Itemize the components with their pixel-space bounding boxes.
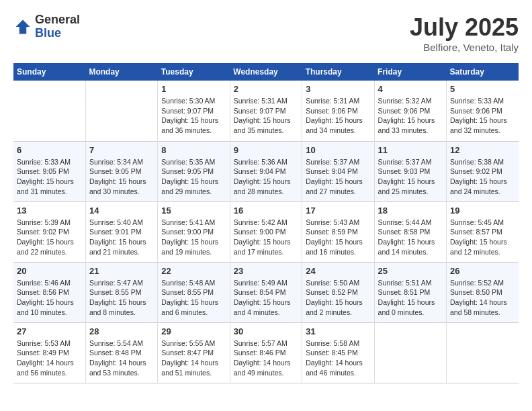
calendar-cell: 30Sunrise: 5:57 AMSunset: 8:46 PMDayligh…: [230, 322, 302, 383]
day-info: Sunrise: 5:52 AMSunset: 8:50 PMDaylight:…: [450, 278, 515, 318]
day-header-wednesday: Wednesday: [230, 63, 302, 81]
day-number: 14: [89, 205, 154, 216]
week-row-2: 6Sunrise: 5:33 AMSunset: 9:05 PMDaylight…: [13, 141, 519, 201]
calendar-cell: 18Sunrise: 5:44 AMSunset: 8:58 PMDayligh…: [374, 201, 446, 262]
calendar-cell: 27Sunrise: 5:53 AMSunset: 8:49 PMDayligh…: [13, 322, 85, 383]
calendar-cell: 12Sunrise: 5:38 AMSunset: 9:02 PMDayligh…: [447, 141, 519, 201]
day-info: Sunrise: 5:50 AMSunset: 8:52 PMDaylight:…: [306, 278, 370, 318]
calendar-cell: 2Sunrise: 5:31 AMSunset: 9:07 PMDaylight…: [230, 81, 302, 141]
calendar-cell: 14Sunrise: 5:40 AMSunset: 9:01 PMDayligh…: [85, 201, 157, 262]
day-info: Sunrise: 5:37 AMSunset: 9:03 PMDaylight:…: [378, 157, 443, 197]
day-number: 21: [89, 266, 154, 276]
calendar-cell: 17Sunrise: 5:43 AMSunset: 8:59 PMDayligh…: [302, 201, 374, 262]
day-info: Sunrise: 5:43 AMSunset: 8:59 PMDaylight:…: [306, 218, 370, 257]
day-number: 13: [17, 205, 82, 216]
logo-icon: [13, 17, 32, 36]
day-number: 18: [378, 205, 443, 216]
day-info: Sunrise: 5:32 AMSunset: 9:06 PMDaylight:…: [378, 96, 443, 136]
day-info: Sunrise: 5:36 AMSunset: 9:04 PMDaylight:…: [234, 157, 298, 197]
day-number: 26: [450, 266, 515, 276]
calendar-cell: 16Sunrise: 5:42 AMSunset: 9:00 PMDayligh…: [230, 201, 302, 262]
calendar-cell: 28Sunrise: 5:54 AMSunset: 8:48 PMDayligh…: [85, 322, 157, 383]
calendar-cell: 23Sunrise: 5:49 AMSunset: 8:54 PMDayligh…: [230, 262, 302, 322]
day-info: Sunrise: 5:35 AMSunset: 9:05 PMDaylight:…: [161, 157, 226, 197]
calendar-cell: 26Sunrise: 5:52 AMSunset: 8:50 PMDayligh…: [447, 262, 519, 322]
day-info: Sunrise: 5:44 AMSunset: 8:58 PMDaylight:…: [378, 218, 443, 257]
day-number: 11: [378, 145, 443, 155]
day-number: 25: [378, 266, 443, 276]
page-header: General Blue July 2025 Belfiore, Veneto,…: [13, 13, 519, 53]
day-number: 6: [17, 145, 82, 155]
day-number: 2: [234, 84, 298, 94]
calendar-cell: 24Sunrise: 5:50 AMSunset: 8:52 PMDayligh…: [302, 262, 374, 322]
calendar-cell: 7Sunrise: 5:34 AMSunset: 9:05 PMDaylight…: [85, 141, 157, 201]
day-info: Sunrise: 5:38 AMSunset: 9:02 PMDaylight:…: [450, 157, 515, 197]
day-header-sunday: Sunday: [13, 63, 85, 81]
title-block: July 2025 Belfiore, Veneto, Italy: [410, 13, 519, 53]
calendar-cell: 20Sunrise: 5:46 AMSunset: 8:56 PMDayligh…: [13, 262, 85, 322]
day-info: Sunrise: 5:57 AMSunset: 8:46 PMDaylight:…: [234, 338, 298, 378]
day-number: 12: [450, 145, 515, 155]
day-number: 22: [161, 266, 226, 276]
day-number: 31: [306, 326, 370, 336]
day-header-friday: Friday: [374, 63, 446, 81]
calendar-cell: 4Sunrise: 5:32 AMSunset: 9:06 PMDaylight…: [374, 81, 446, 141]
logo: General Blue: [13, 13, 80, 40]
logo-text: General Blue: [35, 13, 80, 40]
day-info: Sunrise: 5:53 AMSunset: 8:49 PMDaylight:…: [17, 338, 82, 378]
day-number: 3: [306, 84, 370, 94]
day-info: Sunrise: 5:47 AMSunset: 8:55 PMDaylight:…: [89, 278, 154, 318]
day-number: 15: [161, 205, 226, 216]
day-number: 7: [89, 145, 154, 155]
calendar-cell: 13Sunrise: 5:39 AMSunset: 9:02 PMDayligh…: [13, 201, 85, 262]
day-info: Sunrise: 5:51 AMSunset: 8:51 PMDaylight:…: [378, 278, 443, 318]
day-info: Sunrise: 5:54 AMSunset: 8:48 PMDaylight:…: [89, 338, 154, 378]
day-number: 30: [234, 326, 298, 336]
day-info: Sunrise: 5:33 AMSunset: 9:06 PMDaylight:…: [450, 96, 515, 136]
day-info: Sunrise: 5:58 AMSunset: 8:45 PMDaylight:…: [306, 338, 370, 378]
calendar-cell: [13, 81, 85, 141]
week-row-4: 20Sunrise: 5:46 AMSunset: 8:56 PMDayligh…: [13, 262, 519, 322]
calendar-cell: 22Sunrise: 5:48 AMSunset: 8:55 PMDayligh…: [158, 262, 230, 322]
day-number: 8: [161, 145, 226, 155]
calendar-cell: [85, 81, 157, 141]
logo-blue-text: Blue: [35, 27, 80, 40]
day-info: Sunrise: 5:49 AMSunset: 8:54 PMDaylight:…: [234, 278, 298, 318]
svg-marker-0: [16, 19, 30, 34]
day-info: Sunrise: 5:55 AMSunset: 8:47 PMDaylight:…: [161, 338, 226, 378]
day-info: Sunrise: 5:48 AMSunset: 8:55 PMDaylight:…: [161, 278, 226, 318]
day-info: Sunrise: 5:45 AMSunset: 8:57 PMDaylight:…: [450, 218, 515, 257]
day-number: 20: [17, 266, 82, 276]
day-header-saturday: Saturday: [447, 63, 519, 81]
day-number: 5: [450, 84, 515, 94]
day-header-monday: Monday: [85, 63, 157, 81]
day-number: 28: [89, 326, 154, 336]
calendar-cell: 11Sunrise: 5:37 AMSunset: 9:03 PMDayligh…: [374, 141, 446, 201]
day-header-thursday: Thursday: [302, 63, 374, 81]
calendar-cell: 10Sunrise: 5:37 AMSunset: 9:04 PMDayligh…: [302, 141, 374, 201]
calendar-cell: [374, 322, 446, 383]
day-header-row: SundayMondayTuesdayWednesdayThursdayFrid…: [13, 63, 519, 81]
calendar-cell: 29Sunrise: 5:55 AMSunset: 8:47 PMDayligh…: [158, 322, 230, 383]
day-number: 29: [161, 326, 226, 336]
calendar-cell: 19Sunrise: 5:45 AMSunset: 8:57 PMDayligh…: [447, 201, 519, 262]
calendar-table: SundayMondayTuesdayWednesdayThursdayFrid…: [13, 63, 519, 383]
calendar-cell: 21Sunrise: 5:47 AMSunset: 8:55 PMDayligh…: [85, 262, 157, 322]
month-title: July 2025: [410, 13, 519, 42]
calendar-cell: 6Sunrise: 5:33 AMSunset: 9:05 PMDaylight…: [13, 141, 85, 201]
day-number: 16: [234, 205, 298, 216]
day-header-tuesday: Tuesday: [158, 63, 230, 81]
week-row-1: 1Sunrise: 5:30 AMSunset: 9:07 PMDaylight…: [13, 81, 519, 141]
calendar-cell: 9Sunrise: 5:36 AMSunset: 9:04 PMDaylight…: [230, 141, 302, 201]
day-info: Sunrise: 5:46 AMSunset: 8:56 PMDaylight:…: [17, 278, 82, 318]
day-info: Sunrise: 5:41 AMSunset: 9:00 PMDaylight:…: [161, 218, 226, 257]
calendar-cell: 31Sunrise: 5:58 AMSunset: 8:45 PMDayligh…: [302, 322, 374, 383]
calendar-cell: 8Sunrise: 5:35 AMSunset: 9:05 PMDaylight…: [158, 141, 230, 201]
day-info: Sunrise: 5:39 AMSunset: 9:02 PMDaylight:…: [17, 218, 82, 257]
day-info: Sunrise: 5:31 AMSunset: 9:06 PMDaylight:…: [306, 96, 370, 136]
day-info: Sunrise: 5:34 AMSunset: 9:05 PMDaylight:…: [89, 157, 154, 197]
day-info: Sunrise: 5:40 AMSunset: 9:01 PMDaylight:…: [89, 218, 154, 257]
day-number: 23: [234, 266, 298, 276]
day-number: 27: [17, 326, 82, 336]
calendar-cell: 5Sunrise: 5:33 AMSunset: 9:06 PMDaylight…: [447, 81, 519, 141]
